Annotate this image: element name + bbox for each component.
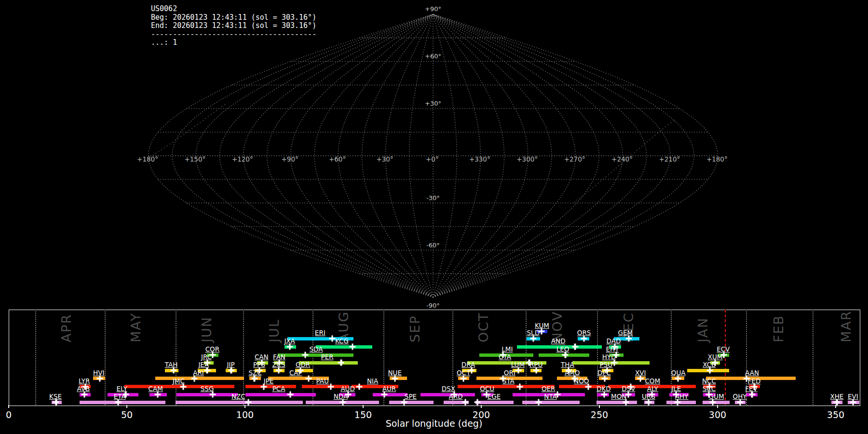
month-label: JUL [267, 311, 282, 342]
shower-peak-marker [356, 383, 363, 390]
x-axis-tick-label: 100 [236, 409, 254, 420]
x-axis-tick-label: 0 [6, 409, 12, 420]
x-axis-tick-label: 150 [354, 409, 372, 420]
shower-code-label: PCA [272, 385, 285, 392]
shower-peak-marker [306, 375, 312, 381]
shower-peak-marker [834, 399, 840, 406]
shower-peak-marker [675, 375, 681, 381]
x-axis-tick [244, 405, 245, 408]
shower-peak-marker [287, 392, 294, 398]
shower-peak-marker [602, 375, 608, 381]
shower-peak-marker [637, 375, 644, 381]
shower-code-label: PAU [316, 378, 329, 384]
shower-code-label: KCG [335, 338, 349, 344]
shower-bar [124, 385, 234, 388]
shower-bar [176, 393, 238, 396]
shower-code-label: STA [502, 378, 515, 384]
shower-peak-marker [710, 399, 716, 406]
shower-bar [597, 401, 637, 404]
x-axis-tick [835, 405, 836, 408]
shower-code-label: CAP [289, 369, 302, 376]
shower-code-label: PER [321, 353, 333, 360]
month-boundary-line [105, 310, 106, 405]
shower-code-label: NIA [367, 378, 378, 384]
shower-peak-marker [171, 367, 177, 374]
shower-peak-marker [585, 383, 591, 390]
shower-peak-marker [251, 375, 258, 381]
month-boundary-line [526, 310, 527, 405]
shower-bar [80, 401, 165, 404]
month-label: JUN [200, 311, 214, 342]
shower-peak-marker [474, 399, 480, 406]
shower-peak-marker [749, 392, 755, 398]
shower-peak-marker [349, 344, 355, 350]
month-boundary-line [312, 310, 313, 405]
shower-peak-marker [381, 392, 387, 398]
x-axis-tick [599, 405, 600, 408]
shower-code-label: SDA [310, 346, 323, 353]
shower-code-label: EGE [488, 393, 501, 400]
shower-peak-marker [601, 392, 608, 398]
shower-peak-marker [209, 392, 216, 398]
shower-peak-marker [645, 399, 651, 406]
shower-peak-marker [180, 383, 187, 390]
shower-peak-marker [53, 399, 59, 406]
shower-peak-marker [706, 367, 713, 374]
shower-peak-marker [329, 336, 335, 342]
x-axis-tick [363, 405, 364, 408]
shower-peak-marker [228, 367, 234, 374]
x-axis-tick [8, 405, 9, 408]
shower-bar [245, 393, 316, 396]
shower-bar [245, 385, 296, 388]
shower-timeline-plot: APRMAYJUNJULAUGSEPOCTNOVDECJANFEBMARKUME… [0, 0, 868, 434]
x-axis-tick-label: 50 [121, 409, 133, 420]
shower-peak-marker [302, 352, 308, 358]
shower-peak-marker [581, 336, 587, 342]
shower-bar [389, 401, 434, 404]
shower-peak-marker [850, 399, 856, 406]
shower-peak-marker [460, 375, 466, 381]
month-boundary-line [813, 310, 814, 405]
shower-bar [155, 377, 244, 380]
shower-bar [703, 401, 730, 404]
shower-peak-marker [737, 399, 744, 406]
shower-peak-marker [536, 399, 542, 406]
shower-peak-marker [276, 367, 282, 374]
shower-peak-marker [515, 367, 521, 374]
shower-code-label: NZC [231, 393, 245, 400]
shower-peak-marker [401, 399, 407, 406]
x-axis-tick [481, 405, 482, 408]
shower-peak-marker [245, 399, 251, 406]
shower-peak-marker [191, 375, 198, 381]
x-axis-title: Solar longitude (deg) [386, 418, 483, 429]
month-boundary-line [176, 310, 176, 405]
shower-code-label: ARD [449, 393, 463, 400]
shower-bar [278, 353, 353, 357]
shower-peak-marker [530, 336, 536, 342]
month-label: APR [59, 311, 74, 342]
shower-peak-marker [674, 399, 680, 406]
shower-code-label: ERI [315, 329, 326, 336]
shower-peak-marker [204, 367, 210, 374]
shower-code-label: OER [542, 385, 556, 392]
x-axis-tick-label: 300 [709, 409, 726, 420]
shower-peak-marker [533, 367, 539, 374]
shower-bar [176, 401, 303, 404]
x-axis-tick-label: 250 [591, 409, 608, 420]
month-boundary-line [35, 310, 36, 405]
shower-peak-marker [623, 399, 629, 406]
shower-bar [316, 345, 372, 349]
shower-peak-marker [562, 352, 569, 358]
month-boundary-line [243, 310, 244, 405]
shower-peak-marker [338, 360, 344, 366]
shower-peak-marker [392, 375, 398, 381]
shower-code-label: COM [645, 378, 660, 384]
shower-bar [373, 393, 408, 396]
shower-peak-marker [339, 399, 346, 406]
month-label: MAR [839, 311, 854, 342]
x-axis-tick [717, 405, 718, 408]
shower-bar [475, 401, 514, 404]
shower-peak-marker [572, 344, 578, 350]
shower-code-label: NTA [544, 393, 557, 400]
month-label: FEB [772, 311, 786, 342]
